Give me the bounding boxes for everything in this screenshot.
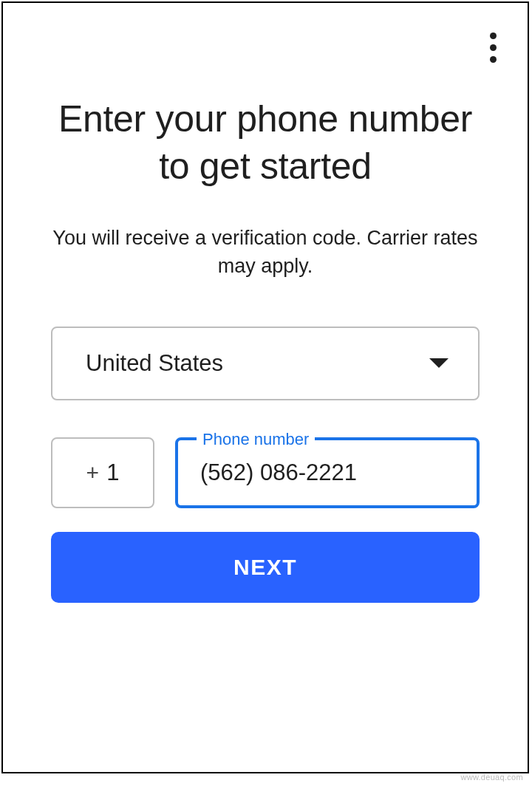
more-vert-icon: [490, 44, 497, 51]
phone-input-container[interactable]: Phone number: [175, 437, 480, 508]
content-area: Enter your phone number to get started Y…: [3, 95, 528, 603]
country-code-box: + 1: [51, 437, 154, 508]
country-code-value: 1: [106, 459, 119, 486]
phone-input-wrapper: Phone number: [175, 437, 480, 508]
phone-input-label: Phone number: [197, 430, 315, 449]
page-title: Enter your phone number to get started: [51, 95, 480, 190]
more-vert-icon: [490, 33, 497, 39]
page-subtitle: You will receive a verification code. Ca…: [51, 225, 480, 281]
next-button[interactable]: NEXT: [51, 532, 480, 603]
watermark-text: www.deuaq.com: [460, 773, 523, 782]
more-vert-icon: [490, 56, 497, 63]
chevron-down-icon: [429, 358, 449, 368]
overflow-menu-button[interactable]: [490, 33, 497, 63]
app-frame: Enter your phone number to get started Y…: [1, 1, 529, 773]
plus-icon: +: [86, 460, 100, 485]
phone-input-row: + 1 Phone number: [51, 437, 480, 508]
phone-number-input[interactable]: [200, 440, 454, 505]
country-select-value: United States: [86, 350, 223, 377]
country-select-dropdown[interactable]: United States: [51, 327, 480, 400]
